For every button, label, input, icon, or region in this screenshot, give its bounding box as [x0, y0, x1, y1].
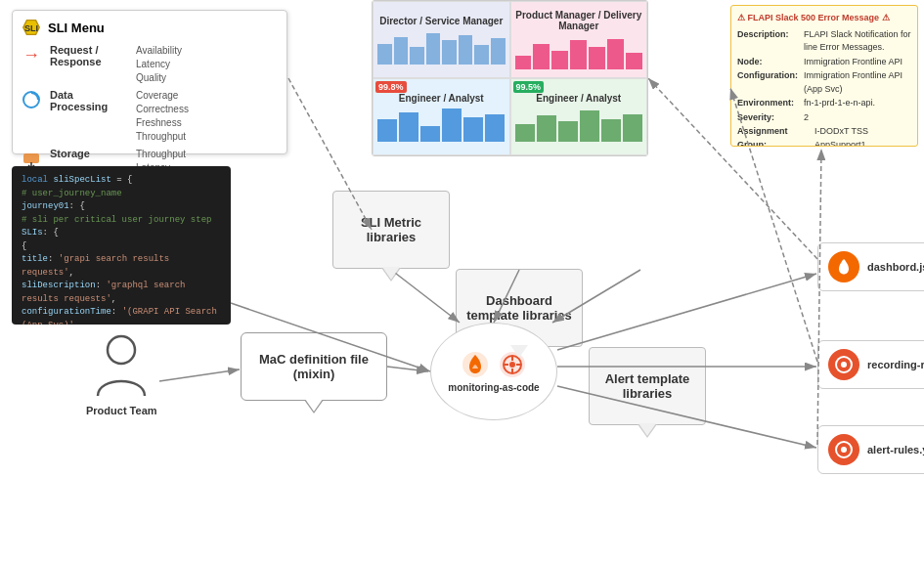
file-dashbord: dashbord.json — [817, 242, 924, 291]
request-item-1: Latency — [136, 58, 182, 71]
dash-bars-eng1 — [377, 108, 506, 142]
code-line-2: # user_journey_name — [22, 188, 221, 201]
alert-library-box: Alert template libraries — [589, 347, 706, 425]
mac-def-label: MaC definition file(mixin) — [259, 352, 369, 381]
dash-cell-director: Director / Service Manager — [373, 1, 510, 78]
file-recording: recording-rules.yaml — [817, 340, 924, 389]
alert-label-env: Environment: — [737, 97, 801, 110]
dash-cell-eng2: 99.5% Engineer / Analyst — [510, 78, 648, 155]
file-recording-label: recording-rules.yaml — [867, 359, 924, 370]
sli-row-data: Data Processing Coverage Correctness Fre… — [21, 89, 279, 144]
alert-row-sev: Severity: 2 — [737, 111, 911, 125]
alert-val-sev: 2 — [804, 111, 809, 125]
dash-cell-eng2-label: Engineer / Analyst — [536, 93, 621, 104]
grafana-file-icon — [828, 251, 859, 282]
sli-menu-label: SLI Menu — [48, 21, 105, 35]
file-alert-label: alert-rules.yaml — [867, 444, 924, 456]
sli-metric-library-label: SLI Metric libraries — [343, 215, 439, 244]
grafana-icon — [462, 351, 489, 378]
mac-definition-box: MaC definition file(mixin) — [241, 332, 387, 401]
alert-row-desc: Description: FLAPI Slack Notification fo… — [737, 28, 911, 55]
code-line-5: SLIs: { — [22, 227, 221, 240]
sli-row-request: → Request / Response Availability Latenc… — [21, 44, 279, 85]
svg-line-30 — [817, 149, 821, 445]
alert-card: ⚠ FLAPI Slack 500 Error Message ⚠ Descri… — [730, 5, 918, 147]
storage-item-0: Throughput — [136, 148, 186, 161]
storage-label: Storage — [50, 148, 128, 159]
alert-label-node: Node: — [737, 56, 801, 69]
alert-title: ⚠ FLAPI Slack 500 Error Message ⚠ — [737, 12, 911, 25]
dash-grid: Director / Service Manager Product Manag… — [373, 1, 647, 155]
monitoring-as-code-container: monitoring-as-code — [430, 323, 557, 420]
sli-metric-library-box: SLI Metric libraries — [332, 191, 450, 269]
alert-library-label: Alert template libraries — [599, 371, 695, 401]
svg-point-16 — [841, 447, 847, 453]
dash-bars-director — [377, 30, 506, 65]
data-label: Data Processing — [50, 89, 128, 112]
alert-row-env: Environment: fn-1-prd-1-e-n-api. — [737, 97, 911, 110]
dashboard-screenshot: Director / Service Manager Product Manag… — [372, 0, 648, 156]
sli-menu-card: SLI SLI Menu → Request / Response Availa… — [12, 10, 287, 154]
svg-line-19 — [387, 367, 428, 371]
dash-badge-eng1: 99.8% — [375, 81, 407, 93]
alert-row-config: Configuration: Immigration Frontline API… — [737, 69, 911, 96]
svg-line-18 — [159, 369, 240, 381]
alert-row-ag: Assignment Group: I-DODxT TSS AppSupport… — [737, 125, 911, 147]
svg-point-8 — [509, 362, 515, 368]
file-dashbord-label: dashbord.json — [867, 261, 924, 273]
dash-cell-director-label: Director / Service Manager — [379, 16, 503, 26]
svg-line-21 — [391, 270, 460, 323]
data-item-0: Coverage — [136, 89, 189, 103]
alert-label-sev: Severity: — [737, 111, 801, 125]
prometheus-alert-icon — [828, 434, 859, 465]
svg-text:SLI: SLI — [24, 23, 38, 33]
dash-cell-pm: Product Manager / Delivery Manager — [510, 1, 648, 78]
person-icon — [92, 332, 151, 401]
dash-cell-eng1-label: Engineer / Analyst — [399, 93, 484, 104]
alert-label-config: Configuration: — [737, 69, 801, 96]
dash-badge-eng2: 99.5% — [513, 81, 545, 93]
dash-cell-pm-label: Product Manager / Delivery Manager — [515, 10, 643, 31]
code-line-4: # sli per critical user journey step — [22, 214, 221, 228]
alert-row-node: Node: Immigration Frontline API — [737, 56, 911, 69]
svg-rect-3 — [23, 153, 39, 163]
code-line-9: configurationTime: '(GRAPI API Search (A… — [22, 306, 221, 325]
data-items: Coverage Correctness Freshness Throughpu… — [136, 89, 189, 144]
request-icon: → — [21, 44, 42, 65]
alert-val-config: Immigration Frontline API (App Svc) — [804, 69, 911, 96]
request-item-2: Quality — [136, 71, 182, 85]
sli-menu-title: SLI SLI Menu — [21, 17, 279, 38]
dash-bars-eng2 — [515, 108, 643, 142]
dashboard-library-label: Dashboard template libraries — [466, 293, 572, 323]
code-block: local sliSpecList = { # user_journey_nam… — [12, 166, 231, 325]
code-line-1: local sliSpecList = { — [22, 174, 221, 188]
prometheus-recording-icon — [828, 349, 859, 380]
data-processing-icon — [21, 89, 42, 110]
alert-val-node: Immigration Frontline API — [804, 56, 902, 69]
data-item-3: Throughput — [136, 130, 189, 144]
alert-label-desc: Description: — [737, 28, 801, 55]
mac-label: monitoring-as-code — [448, 382, 539, 393]
svg-point-4 — [108, 336, 135, 364]
code-line-8: sliDescription: 'graphql search results … — [22, 280, 221, 306]
data-item-1: Correctness — [136, 103, 189, 116]
svg-point-14 — [841, 362, 847, 368]
sli-menu-rows: → Request / Response Availability Latenc… — [21, 44, 279, 175]
file-alert: alert-rules.yaml — [817, 425, 924, 474]
request-label: Request / Response — [50, 44, 128, 67]
alert-val-env: fn-1-prd-1-e-n-api. — [804, 97, 875, 110]
alert-label-ag: Assignment Group: — [737, 125, 812, 147]
request-items: Availability Latency Quality — [136, 44, 182, 85]
svg-line-24 — [557, 274, 816, 350]
code-line-3: journey01: { — [22, 200, 221, 214]
sli-menu-icon: SLI — [21, 17, 42, 38]
code-line-6: { — [22, 240, 221, 254]
person-label: Product Team — [86, 405, 157, 416]
alert-val-ag: I-DODxT TSS AppSupport1 — [814, 125, 911, 147]
dash-bars-pm — [515, 35, 643, 69]
request-item-0: Availability — [136, 44, 182, 58]
dash-cell-eng1: 99.8% Engineer / Analyst — [373, 78, 510, 155]
data-item-2: Freshness — [136, 116, 189, 130]
code-line-7: title: 'grapi search results requests', — [22, 253, 221, 280]
alert-val-desc: FLAPI Slack Notification for line Error … — [804, 28, 911, 55]
